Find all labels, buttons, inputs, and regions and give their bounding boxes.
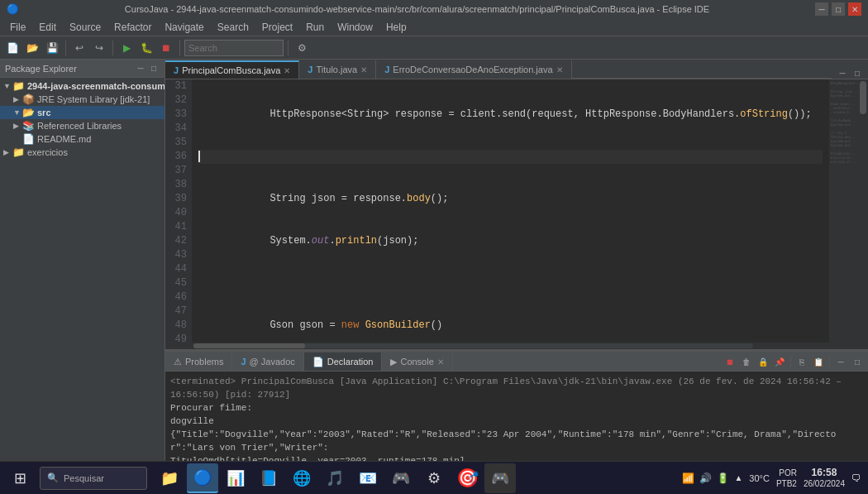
package-explorer-header: Package Explorer ─ □ [0,60,165,78]
hscroll-track[interactable] [193,343,753,348]
main-layout: Package Explorer ─ □ ▼ 📁 2944-java-scree… [0,60,868,494]
tab-titulo-close[interactable]: ✕ [360,65,367,74]
menu-help[interactable]: Help [379,20,413,35]
sep2 [829,356,830,367]
taskbar-app-settings[interactable]: ⚙ [418,463,450,493]
root-arrow: ▼ [3,82,12,90]
maximize-bottom-btn[interactable]: □ [850,354,865,369]
tab-erro-close[interactable]: ✕ [556,65,563,74]
editor-area: J PrincipalComBusca.java ✕ J Titulo.java… [165,60,868,494]
readme-icon: 📄 [21,133,35,145]
menubar: File Edit Source Refactor Navigate Searc… [0,18,868,36]
hscroll-thumb[interactable] [193,343,305,348]
arrow-up-icon[interactable]: ▲ [734,473,742,482]
tab-principal[interactable]: J PrincipalComBusca.java ✕ [165,60,299,79]
copy-btn[interactable]: ⎘ [794,354,809,369]
scroll-lock-btn[interactable]: 🔒 [756,354,770,369]
minimize-button[interactable]: ─ [815,2,828,16]
tree-item-exercicios[interactable]: ▶ 📁 exercicios [0,146,165,159]
systray: 📶 🔊 🔋 ▲ 30°C PORPTB2 16:58 26/02/2024 🗨 [682,467,865,490]
scrollbar-track[interactable] [858,79,868,343]
console-header: <terminated> PrincipalComBusca [Java App… [170,375,863,401]
language-region: PORPTB2 [776,468,797,489]
tab-console[interactable]: ▶ Console ✕ [382,353,452,371]
taskbar-app-eclipse[interactable]: 🔵 [187,463,218,493]
minimize-panel-button[interactable]: ─ [135,63,146,74]
taskbar-app-excel[interactable]: 📊 [220,463,251,493]
menu-window[interactable]: Window [331,20,379,35]
wifi-icon[interactable]: 📶 [682,472,694,484]
tab-javadoc[interactable]: J @ Javadoc [232,353,303,371]
tab-declaration[interactable]: 📄 Declaration [304,353,383,371]
tab-principal-close[interactable]: ✕ [284,66,290,75]
maximize-panel-button[interactable]: □ [148,63,160,74]
minimize-bottom-btn[interactable]: ─ [833,354,848,369]
toolbar: 📄 📂 💾 ↩ ↪ ▶ 🐛 ⏹ ⚙ [0,36,868,60]
taskbar-app-gaming[interactable]: 🎮 [385,463,417,493]
redo-button[interactable]: ↪ [90,39,108,57]
perspective-button[interactable]: ⚙ [293,39,311,57]
console-line-3: {"Title":"Dogville","Year":"2003","Rated… [170,428,863,454]
menu-file[interactable]: File [3,20,32,35]
code-lines[interactable]: HttpResponse<String> response = client.s… [192,79,829,343]
new-button[interactable]: 📄 [3,39,21,57]
tab-erro[interactable]: J ErroDeConversaoDeAnoException.java ✕ [376,60,571,79]
menu-refactor[interactable]: Refactor [107,20,158,35]
code-line-31: HttpResponse<String> response = client.s… [198,108,823,122]
declaration-icon: 📄 [312,357,324,367]
clear-console-btn[interactable]: 🗑 [739,354,754,369]
menu-edit[interactable]: Edit [32,20,63,35]
menu-run[interactable]: Run [299,20,331,35]
menu-project[interactable]: Project [255,20,299,35]
tab-titulo[interactable]: J Titulo.java ✕ [299,60,376,79]
taskbar-app-other2[interactable]: 🎮 [484,463,516,493]
battery-icon[interactable]: 🔋 [717,472,729,484]
taskbar-app-mail[interactable]: 📧 [352,463,384,493]
code-line-34: System.out.println(json); [198,234,823,248]
notification-icon[interactable]: 🗨 [851,472,861,484]
stop-console-btn[interactable]: ⏹ [723,354,737,369]
javadoc-icon: J [241,357,246,367]
start-button[interactable]: ⊞ [3,463,36,493]
horizontal-scrollbar[interactable] [165,343,868,349]
debug-button[interactable]: 🐛 [137,39,155,57]
open-button[interactable]: 📂 [23,39,41,57]
search-icon: 🔍 [47,472,59,483]
sound-icon[interactable]: 🔊 [699,472,712,484]
pin-btn[interactable]: 📌 [772,354,787,369]
editor-maximize-btn[interactable]: □ [851,67,863,79]
editor-tab-controls: ─ □ [832,67,868,79]
taskbar-app-other[interactable]: 🎯 [451,463,483,493]
paste-btn[interactable]: 📋 [811,354,826,369]
tab-titulo-icon: J [308,65,312,74]
tree-item-jre[interactable]: ▶ 📦 JRE System Library [jdk-21] [0,93,165,106]
tree-item-readme[interactable]: ▶ 📄 README.md [0,132,165,146]
window-controls: ─ □ ✕ [815,2,861,16]
code-editor[interactable]: 31 32 33 34 35 36 37 38 39 40 41 42 43 4… [165,79,868,343]
tab-problems[interactable]: ⚠ Problems [165,353,232,371]
taskbar-search[interactable]: 🔍 Pesquisar [40,467,147,490]
taskbar-app-word[interactable]: 📘 [253,463,284,493]
editor-minimize-btn[interactable]: ─ [837,67,848,79]
menu-search[interactable]: Search [211,20,255,35]
save-button[interactable]: 💾 [43,39,61,57]
toolbar-search-input[interactable] [184,40,284,56]
maximize-button[interactable]: □ [832,2,845,16]
taskbar-app-music[interactable]: 🎵 [319,463,351,493]
undo-button[interactable]: ↩ [70,39,88,57]
tree-item-reflibs[interactable]: ▶ 📚 Referenced Libraries [0,119,165,132]
tree-item-src[interactable]: ▼ 📂 src [0,106,165,119]
exercicios-label: exercicios [27,147,68,157]
scrollbar-thumb[interactable] [860,81,866,114]
tree-root[interactable]: ▼ 📁 2944-java-screenmatch-consumindo-w [0,79,165,93]
taskbar-app-chrome[interactable]: 🌐 [286,463,317,493]
problems-icon: ⚠ [174,357,182,367]
stop-button[interactable]: ⏹ [157,39,175,57]
close-button[interactable]: ✕ [848,2,861,16]
console-close[interactable]: ✕ [437,357,444,367]
menu-source[interactable]: Source [63,20,107,35]
taskbar-app-explorer[interactable]: 📁 [154,463,185,493]
menu-navigate[interactable]: Navigate [158,20,210,35]
run-button[interactable]: ▶ [117,39,136,57]
sep4 [288,41,289,55]
